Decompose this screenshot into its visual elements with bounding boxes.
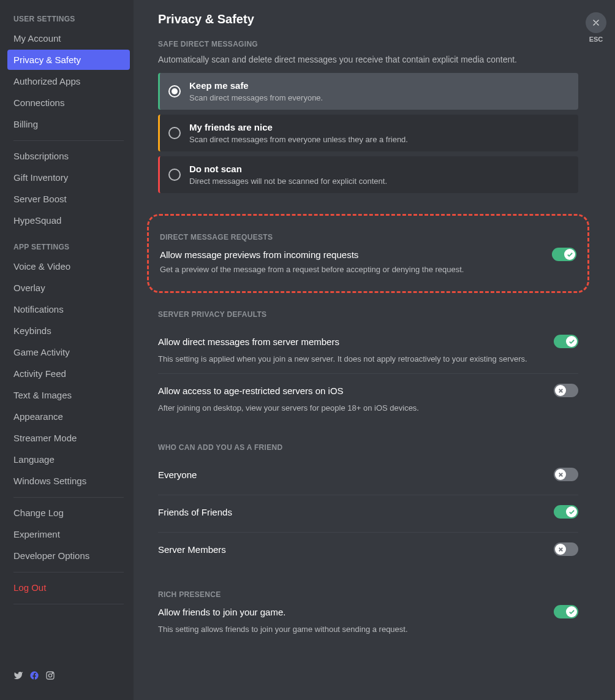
content: ESC Privacy & Safety SAFE DIRECT MESSAGI… [134,0,615,700]
sidebar-item-billing[interactable]: Billing [7,114,130,134]
radio-title: Keep me safe [189,80,323,91]
sidebar-item-authorized-apps[interactable]: Authorized Apps [7,71,130,91]
sidebar-item-experiment[interactable]: Experiment [7,524,130,544]
setting-desc: After joining on desktop, view your serv… [158,403,578,413]
radio-icon [168,127,181,139]
toggle-knob [566,336,577,347]
sidebar-item-developer-options[interactable]: Developer Options [7,546,130,566]
divider [13,572,124,573]
sidebar-item-keybinds[interactable]: Keybinds [7,321,130,341]
section-header: DIRECT MESSAGE REQUESTS [160,233,576,242]
radio-do-not-scan[interactable]: Do not scan Direct messages will not be … [158,156,578,193]
sidebar-item-activity-feed[interactable]: Activity Feed [7,363,130,384]
section-desc: Automatically scan and delete direct mes… [158,55,578,64]
sidebar-item-streamer-mode[interactable]: Streamer Mode [7,428,130,448]
toggle-knob [555,385,566,396]
section-header: SAFE DIRECT MESSAGING [158,40,578,48]
close-button[interactable]: ESC [586,12,606,43]
sidebar-item-appearance[interactable]: Appearance [7,406,130,427]
sidebar-item-my-account[interactable]: My Account [7,28,130,48]
setting-title: Friends of Friends [158,507,232,517]
setting-title: Everyone [158,470,197,480]
sidebar-header-user: USER SETTINGS [7,12,130,28]
divider [13,604,124,604]
toggle-dm-server-members[interactable] [554,335,578,348]
sidebar-item-server-boost[interactable]: Server Boost [7,189,130,209]
twitter-icon[interactable] [13,671,23,683]
radio-title: Do not scan [189,164,387,174]
toggle-everyone[interactable] [554,468,578,481]
close-icon [586,12,606,33]
sidebar-item-game-activity[interactable]: Game Activity [7,342,130,362]
toggle-message-previews[interactable] [552,248,576,261]
setting-title: Allow message previews from incoming req… [160,249,358,260]
highlight-dm-requests: DIRECT MESSAGE REQUESTS Allow message pr… [147,214,589,293]
radio-sub: Direct messages will not be scanned for … [189,177,387,186]
sidebar-item-gift-inventory[interactable]: Gift Inventory [7,167,130,188]
instagram-icon[interactable] [45,671,55,683]
social-row [7,666,130,688]
sidebar-item-subscriptions[interactable]: Subscriptions [7,146,130,166]
toggle-knob [564,249,575,260]
facebook-icon[interactable] [29,671,39,683]
sidebar-item-text-images[interactable]: Text & Images [7,385,130,405]
section-rich-presence: RICH PRESENCE Allow friends to join your… [158,590,578,634]
setting-desc: Get a preview of the message from a requ… [160,265,576,274]
section-server-privacy: SERVER PRIVACY DEFAULTS Allow direct mes… [158,310,578,422]
toggle-friends-join-game[interactable] [554,605,578,618]
toggle-knob [555,469,566,480]
sidebar-item-windows-settings[interactable]: Windows Settings [7,471,130,491]
sidebar-item-voice-video[interactable]: Voice & Video [7,256,130,276]
radio-icon [168,169,181,181]
sidebar-item-change-log[interactable]: Change Log [7,503,130,523]
svg-point-1 [48,674,51,677]
toggle-friends-of-friends[interactable] [554,505,578,519]
esc-label: ESC [586,36,606,43]
toggle-knob [555,544,566,555]
section-safe-dm: SAFE DIRECT MESSAGING Automatically scan… [158,40,578,193]
radio-sub: Scan direct messages from everyone unles… [189,135,408,144]
sidebar-item-overlay[interactable]: Overlay [7,278,130,298]
divider [13,140,124,141]
safe-dm-radio-group: Keep me safe Scan direct messages from e… [158,73,578,193]
setting-desc: This setting allows friends to join your… [158,625,578,634]
sidebar-item-privacy-safety[interactable]: Privacy & Safety [7,50,130,70]
sidebar-item-hypesquad[interactable]: HypeSquad [7,210,130,230]
radio-keep-me-safe[interactable]: Keep me safe Scan direct messages from e… [158,73,578,110]
radio-friends-nice[interactable]: My friends are nice Scan direct messages… [158,115,578,151]
toggle-age-restricted-ios[interactable] [554,384,578,397]
toggle-server-members[interactable] [554,542,578,556]
sidebar-item-notifications[interactable]: Notifications [7,299,130,319]
section-header: RICH PRESENCE [158,590,578,599]
radio-icon [168,85,181,97]
radio-title: My friends are nice [189,122,408,132]
radio-sub: Scan direct messages from everyone. [189,93,323,102]
setting-title: Allow direct messages from server member… [158,337,339,347]
section-header: SERVER PRIVACY DEFAULTS [158,310,578,319]
divider [13,497,124,498]
setting-title: Allow friends to join your game. [158,607,285,617]
page-title: Privacy & Safety [158,12,578,26]
toggle-knob [566,506,577,517]
toggle-knob [566,606,577,617]
section-friend-add: WHO CAN ADD YOU AS A FRIEND Everyone Fri… [158,443,578,569]
sidebar-item-language[interactable]: Language [7,449,130,470]
setting-desc: This setting is applied when you join a … [158,354,578,363]
sidebar: USER SETTINGS My Account Privacy & Safet… [0,0,134,700]
section-header: WHO CAN ADD YOU AS A FRIEND [158,443,578,452]
setting-title: Server Members [158,544,226,555]
setting-title: Allow access to age-restricted servers o… [158,386,344,396]
svg-point-2 [52,673,53,674]
sidebar-header-app: APP SETTINGS [7,240,130,256]
sidebar-item-connections[interactable]: Connections [7,93,130,113]
sidebar-item-logout[interactable]: Log Out [7,577,130,598]
